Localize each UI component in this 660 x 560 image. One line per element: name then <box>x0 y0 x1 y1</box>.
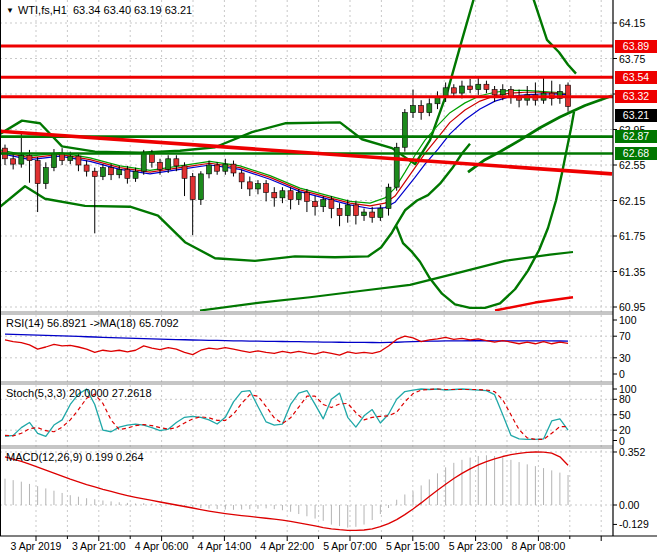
time-label: 3 Apr 2019 <box>4 540 68 552</box>
chart-window: ▼WTI,fs,H1 63.34 63.40 63.19 63.21 RSI(1… <box>0 0 660 560</box>
level-price-badge: 63.89 <box>615 40 657 53</box>
y-axis-label: 64.15 <box>619 17 645 29</box>
macd-plot <box>5 452 568 530</box>
time-label: 4 Apr 14:00 <box>192 540 256 552</box>
y-axis-label: 60.95 <box>619 301 645 313</box>
level-price-badge: 62.87 <box>615 130 657 143</box>
candles <box>3 77 571 235</box>
stoch-indicator-label: Stoch(5,3,3) 20.0000 27.2618 <box>6 387 152 399</box>
rsi-axis-label: 100 <box>619 314 637 326</box>
time-label: 5 Apr 15:00 <box>381 540 445 552</box>
rsi-axis-label: 0 <box>619 368 625 380</box>
time-label: 5 Apr 23:00 <box>444 540 508 552</box>
level-lines <box>0 46 613 174</box>
level-price-badge: 63.32 <box>615 90 657 103</box>
symbol-period-label: WTI,fs,H1 <box>18 4 67 16</box>
macd-axis-label: -0.129 <box>619 518 649 530</box>
y-axis-label: 61.75 <box>619 230 645 242</box>
chart-title: ▼WTI,fs,H1 63.34 63.40 63.19 63.21 <box>6 4 192 16</box>
rsi-axis-label: 70 <box>619 330 631 342</box>
macd-axis-label: 0.352 <box>619 446 645 458</box>
macd-indicator-label: MACD(12,26,9) 0.199 0.264 <box>6 451 144 463</box>
chart-plot-area[interactable] <box>0 0 660 560</box>
time-label: 3 Apr 21:00 <box>67 540 131 552</box>
ohlc-values: 63.34 63.40 63.19 63.21 <box>73 4 192 16</box>
y-axis-label: 63.75 <box>619 53 645 65</box>
rsi-indicator-label: RSI(14) 56.8921 ->MA(18) 65.7092 <box>6 317 179 329</box>
y-axis-label: 62.55 <box>619 159 645 171</box>
time-label: 4 Apr 06:00 <box>130 540 194 552</box>
level-price-badge: 62.68 <box>615 147 657 160</box>
time-label: 8 Apr 08:00 <box>506 540 570 552</box>
collapse-triangle-icon[interactable]: ▼ <box>6 6 14 15</box>
time-label: 5 Apr 07:00 <box>318 540 382 552</box>
current-price-badge: 63.21 <box>615 109 657 122</box>
stoch-axis-label: 80 <box>619 393 631 405</box>
stoch-axis-label: 0 <box>619 435 625 447</box>
macd-axis-label: 0.00 <box>619 499 639 511</box>
y-axis-label: 61.35 <box>619 266 645 278</box>
rsi-axis-label: 30 <box>619 352 631 364</box>
rsi-lines <box>5 334 568 355</box>
stoch-axis-label: 50 <box>619 409 631 421</box>
time-label: 4 Apr 22:00 <box>255 540 319 552</box>
y-axis-label: 62.15 <box>619 195 645 207</box>
level-price-badge: 63.54 <box>615 71 657 84</box>
